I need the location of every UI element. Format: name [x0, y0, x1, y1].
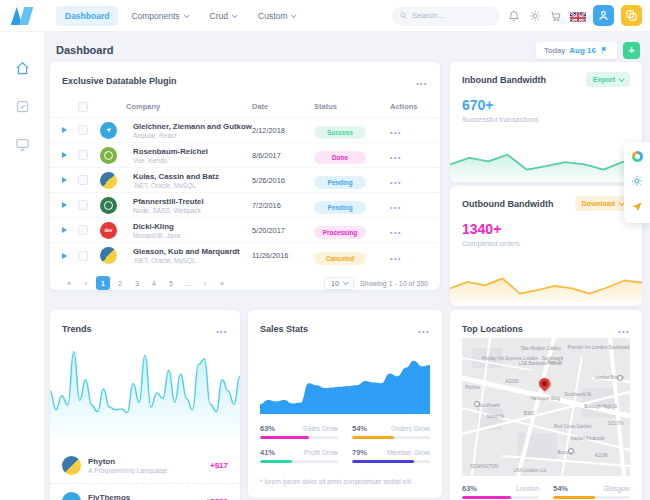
row-actions-button[interactable]: [390, 121, 428, 139]
trend-list-item[interactable]: Phyton A Programming Language +$17: [50, 448, 240, 483]
settings-button[interactable]: [528, 9, 542, 23]
table-row[interactable]: Kulas, Cassin and Batz.NET, Oracle, MySQ…: [50, 168, 440, 193]
page-first-button[interactable]: «: [62, 276, 76, 290]
page-button-3[interactable]: 3: [130, 276, 144, 290]
company-logo-telegram-icon: [100, 122, 117, 139]
page-size-select[interactable]: 10: [324, 277, 354, 290]
row-expand-icon[interactable]: [62, 253, 67, 259]
profile-button[interactable]: [593, 5, 614, 26]
cart-button[interactable]: [549, 9, 563, 23]
trend-name: FlyThemos: [88, 493, 185, 500]
row-checkbox[interactable]: [78, 200, 88, 210]
search-icon: [400, 11, 407, 20]
theme-switcher-icon[interactable]: [632, 151, 643, 162]
page-button-2[interactable]: 2: [113, 276, 127, 290]
trend-value: +$17: [210, 461, 228, 470]
stat-label: Member Grow: [387, 449, 430, 456]
flyout-settings-button[interactable]: [630, 174, 644, 188]
search-input[interactable]: [412, 11, 492, 20]
company-tech: .NET, Oracle, MySQL: [133, 257, 252, 264]
row-checkbox[interactable]: [78, 175, 88, 185]
apps-button[interactable]: [621, 5, 642, 26]
inbound-value: 670+: [450, 93, 642, 113]
row-checkbox[interactable]: [78, 251, 88, 261]
row-checkbox[interactable]: [78, 150, 88, 160]
date-range-button[interactable]: Today Aug 16: [536, 42, 617, 59]
sidebar-item-components[interactable]: [14, 98, 30, 114]
stat-member-grow: 79%Member Grow: [352, 448, 430, 463]
card-menu-button[interactable]: [416, 72, 428, 90]
page-last-button[interactable]: »: [215, 276, 229, 290]
stat-percent: 54%: [352, 424, 367, 433]
row-expand-icon[interactable]: [62, 202, 67, 208]
card-menu-button[interactable]: [216, 320, 228, 338]
row-date: 2/12/2018: [252, 126, 314, 135]
nav-item-custom[interactable]: Custom: [249, 6, 304, 26]
row-actions-button[interactable]: [390, 196, 428, 214]
logo-m-icon: [10, 6, 34, 26]
page-prev-button[interactable]: ‹: [79, 276, 93, 290]
table-row[interactable]: Gleason, Kub and Marquardt.NET, Oracle, …: [50, 243, 440, 268]
company-name: Pfannerstill-Treutel: [133, 197, 252, 206]
row-expand-icon[interactable]: [62, 152, 67, 158]
language-button[interactable]: [570, 10, 586, 22]
notifications-button[interactable]: [507, 9, 521, 23]
card-title: Sales Stats: [260, 324, 308, 334]
trend-desc: A Programming Language: [88, 467, 167, 474]
table-row[interactable]: Gleichner, Ziemann and GutkowskiAngular,…: [50, 118, 440, 143]
page-button-1[interactable]: 1: [96, 276, 110, 290]
calendar-flag-icon: [600, 46, 609, 55]
row-expand-icon[interactable]: [62, 127, 67, 133]
table-row[interactable]: Rosenbaum-ReichelVue, Kendo 8/6/2017 Don…: [50, 143, 440, 168]
add-report-button[interactable]: +: [623, 42, 640, 59]
company-tech: Vue, Kendo: [133, 157, 252, 164]
row-actions-button[interactable]: [390, 221, 428, 239]
date-label: Today: [544, 46, 565, 55]
row-actions-button[interactable]: [390, 146, 428, 164]
map-label: Southwark: [478, 403, 499, 408]
row-expand-icon[interactable]: [62, 177, 67, 183]
trend-list-item[interactable]: FlyThemos A Let's Fly Fast Again Languag…: [50, 483, 240, 500]
share-button[interactable]: [630, 200, 644, 214]
card-menu-button[interactable]: [618, 320, 630, 338]
company-name: Dicki-Kling: [133, 222, 252, 231]
page-button-4[interactable]: 4: [147, 276, 161, 290]
left-sidebar: [0, 32, 44, 500]
table-header: Company Date Status Actions: [50, 96, 440, 118]
row-expand-icon[interactable]: [62, 227, 67, 233]
telegram-icon: [62, 492, 81, 500]
company-tech: Node, SASS, Webpack: [133, 207, 252, 214]
row-actions-button[interactable]: [390, 171, 428, 189]
select-all-checkbox[interactable]: [78, 102, 88, 112]
inbound-chart: [450, 132, 642, 182]
row-actions-button[interactable]: [390, 247, 428, 265]
export-button[interactable]: Export: [586, 72, 630, 87]
page-next-button[interactable]: ›: [198, 276, 212, 290]
row-checkbox[interactable]: [78, 225, 88, 235]
nav-item-components[interactable]: Components: [122, 6, 196, 26]
sales-chart: [260, 338, 430, 414]
pagination: « ‹ 1 2 3 4 5 ... › » 10 Showing 1 - 10 …: [50, 268, 440, 290]
page-button-5[interactable]: 5: [164, 276, 178, 290]
trend-name: Phyton: [88, 457, 167, 466]
table-row[interactable]: Pfannerstill-TreutelNode, SASS, Webpack …: [50, 193, 440, 218]
locations-map[interactable]: Tate Modern GalleryHoliday Inn Express L…: [462, 338, 630, 476]
row-checkbox[interactable]: [78, 125, 88, 135]
search-box[interactable]: [392, 6, 500, 26]
table-row[interactable]: Dicki-KlingMongoDB, Java 5/20/2017 Proce…: [50, 218, 440, 243]
download-button[interactable]: Download: [575, 196, 630, 211]
status-badge: Done: [314, 151, 366, 164]
nav-item-crud[interactable]: Crud: [201, 6, 245, 26]
nav-item-dashboard[interactable]: Dashboard: [56, 6, 118, 26]
card-menu-button[interactable]: [418, 320, 430, 338]
sidebar-item-dashboard[interactable]: [14, 60, 30, 76]
card-title: Exclusive Datatable Plugin: [62, 76, 177, 86]
app-logo[interactable]: [0, 6, 44, 26]
sidebar-item-crud[interactable]: [14, 136, 30, 152]
map-label: Harlequin Bldg: [531, 396, 561, 401]
stat-percent: 79%: [352, 448, 367, 457]
column-date: Date: [252, 102, 314, 111]
nav-label: Crud: [210, 11, 228, 21]
card-title: Inbound Bandwidth: [462, 75, 546, 85]
map-label: NEWINGTON: [470, 464, 498, 469]
